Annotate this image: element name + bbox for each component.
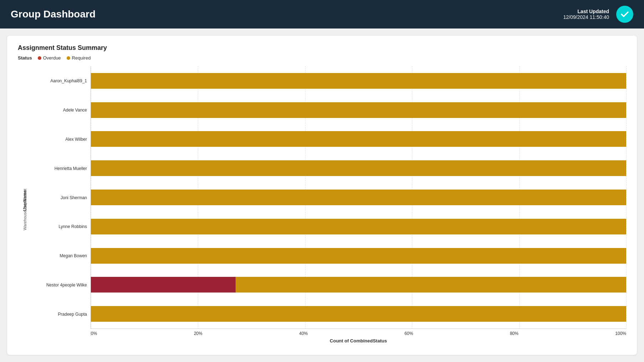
- header: Group Dashboard Last Updated 12/09/2024 …: [0, 0, 644, 29]
- bar-track: [91, 131, 626, 147]
- bar-segment-required: [91, 248, 626, 264]
- overdue-dot: [38, 56, 41, 60]
- bar-row: [91, 154, 626, 183]
- bar-track: [91, 190, 626, 205]
- legend-item-required: Required: [67, 55, 91, 61]
- bar-row: [91, 299, 626, 329]
- bar-segment-required: [91, 160, 626, 176]
- y-label: Adele Vance: [34, 95, 87, 125]
- bar-segment-required: [91, 73, 626, 89]
- bar-track: [91, 306, 626, 322]
- legend-status-label: Status: [18, 55, 32, 61]
- last-updated: Last Updated 12/09/2024 11:50:40: [563, 9, 609, 20]
- bar-segment-required: [91, 190, 626, 205]
- x-axis: 0%20%40%60%80%100%: [91, 331, 626, 336]
- header-right: Last Updated 12/09/2024 11:50:40: [563, 6, 633, 23]
- x-label: 60%: [405, 331, 413, 336]
- bar-segment-required: [91, 306, 626, 322]
- required-dot: [67, 56, 70, 60]
- bar-track: [91, 73, 626, 89]
- bar-segment-required: [91, 219, 626, 234]
- x-labels: 0%20%40%60%80%100%: [91, 331, 626, 336]
- legend: Status Overdue Required: [18, 55, 626, 61]
- chart-inner: Aaron_Kuphal89_1Adele VanceAlex WilberHe…: [34, 66, 626, 343]
- x-axis-title: Count of CombinedStatus: [91, 338, 626, 343]
- legend-item-overdue: Overdue: [38, 55, 61, 61]
- bar-row: [91, 66, 626, 95]
- x-label: 0%: [91, 331, 97, 336]
- last-updated-label: Last Updated: [563, 9, 609, 14]
- grid-line: [626, 66, 627, 329]
- bar-track: [91, 160, 626, 176]
- chart-card: Assignment Status Summary Status Overdue…: [7, 36, 637, 355]
- bar-row: [91, 212, 626, 241]
- bars-container: [91, 66, 626, 329]
- x-label: 20%: [194, 331, 202, 336]
- bar-track: [91, 219, 626, 234]
- bar-row: [91, 183, 626, 212]
- y-labels: Aaron_Kuphal89_1Adele VanceAlex WilberHe…: [34, 66, 91, 329]
- y-label: Megan Bowen: [34, 241, 87, 270]
- y-label: Pradeep Gupta: [34, 300, 87, 329]
- y-axis-rotated-labels: UserName Warehouse Department: [18, 66, 32, 343]
- bar-track: [91, 277, 626, 293]
- bar-segment-required: [91, 102, 626, 118]
- bar-row: [91, 95, 626, 125]
- x-label: 80%: [510, 331, 519, 336]
- bars-and-labels: Aaron_Kuphal89_1Adele VanceAlex WilberHe…: [34, 66, 626, 329]
- x-label: 40%: [299, 331, 308, 336]
- last-updated-value: 12/09/2024 11:50:40: [563, 14, 609, 20]
- y-label: Aaron_Kuphal89_1: [34, 66, 87, 95]
- chart-area: UserName Warehouse Department Aaron_Kuph…: [18, 66, 626, 343]
- y-label: Alex Wilber: [34, 125, 87, 154]
- bar-row: [91, 270, 626, 299]
- bar-track: [91, 248, 626, 264]
- chart-title: Assignment Status Summary: [18, 44, 626, 52]
- y-label: Joni Sherman: [34, 183, 87, 212]
- main-content: Assignment Status Summary Status Overdue…: [0, 29, 644, 362]
- y-axis-sub-label: Warehouse Department: [23, 189, 27, 230]
- bar-segment-required: [236, 277, 626, 293]
- legend-overdue-label: Overdue: [43, 55, 61, 61]
- bar-track: [91, 102, 626, 118]
- legend-required-label: Required: [72, 55, 91, 61]
- checkmark-icon: [616, 6, 633, 23]
- x-label: 100%: [615, 331, 626, 336]
- y-label: Lynne Robbins: [34, 212, 87, 241]
- bar-segment-required: [91, 131, 626, 147]
- bar-row: [91, 241, 626, 270]
- bar-row: [91, 125, 626, 154]
- bar-segment-overdue: [91, 277, 236, 293]
- y-label: Henrietta Mueller: [34, 154, 87, 183]
- page-title: Group Dashboard: [11, 9, 96, 20]
- y-label: Nestor 4people Wilke: [34, 270, 87, 300]
